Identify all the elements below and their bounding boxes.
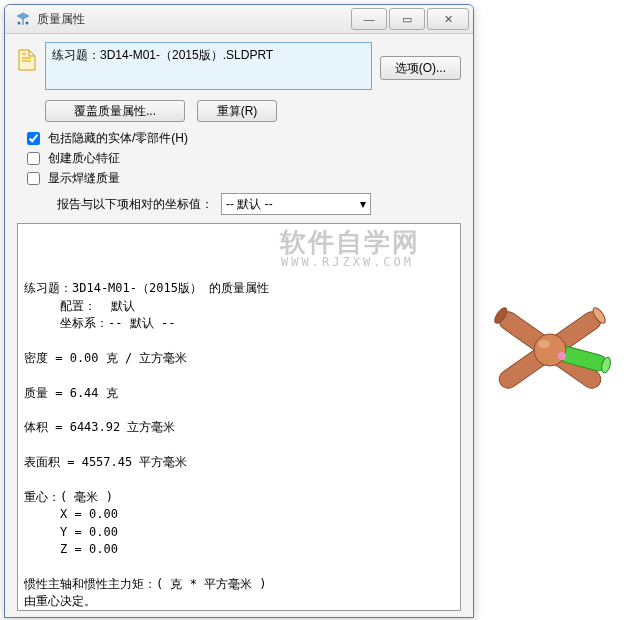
include-hidden-label: 包括隐藏的实体/零部件(H) (48, 130, 188, 147)
override-mass-button[interactable]: 覆盖质量属性... (45, 100, 185, 122)
coord-label: 报告与以下项相对的坐标值： (57, 196, 213, 213)
include-hidden-input[interactable] (27, 132, 40, 145)
svg-point-8 (600, 356, 612, 374)
create-com-input[interactable] (27, 152, 40, 165)
svg-point-1 (18, 22, 21, 25)
svg-point-6 (492, 306, 509, 325)
watermark-text: 软件自学网 (280, 224, 420, 262)
mass-properties-window: 质量属性 — ▭ ✕ 练习题：3D14-M01-（2015版）.SLDPRT 选… (4, 4, 474, 618)
show-weld-checkbox[interactable]: 显示焊缝质量 (27, 170, 461, 187)
window-title: 质量属性 (37, 11, 349, 28)
minimize-button[interactable]: — (351, 8, 387, 30)
create-com-checkbox[interactable]: 创建质心特征 (27, 150, 461, 167)
document-icon (17, 48, 37, 72)
filename-input[interactable]: 练习题：3D14-M01-（2015版）.SLDPRT (45, 42, 372, 90)
model-3d-preview (470, 270, 630, 430)
coord-select[interactable]: -- 默认 -- ▾ (221, 193, 371, 215)
svg-point-9 (534, 334, 566, 366)
watermark-url: WWW.RJZXW.COM (281, 254, 414, 271)
svg-rect-5 (496, 308, 605, 392)
svg-rect-7 (558, 345, 609, 373)
svg-point-4 (591, 306, 608, 325)
options-button[interactable]: 选项(O)... (380, 56, 461, 80)
maximize-button[interactable]: ▭ (389, 8, 425, 30)
svg-point-10 (538, 340, 550, 348)
results-textbox[interactable]: 软件自学网 WWW.RJZXW.COM 练习题：3D14-M01-（2015版）… (17, 223, 461, 611)
chevron-down-icon: ▾ (360, 197, 366, 211)
svg-rect-3 (496, 308, 605, 392)
recalculate-button[interactable]: 重算(R) (197, 100, 277, 122)
titlebar[interactable]: 质量属性 — ▭ ✕ (5, 5, 473, 34)
svg-point-11 (558, 352, 566, 360)
include-hidden-checkbox[interactable]: 包括隐藏的实体/零部件(H) (27, 130, 461, 147)
content-area: 练习题：3D14-M01-（2015版）.SLDPRT 选项(O)... 覆盖质… (5, 34, 473, 618)
close-button[interactable]: ✕ (427, 8, 469, 30)
svg-point-2 (26, 22, 29, 25)
app-icon (15, 11, 31, 27)
show-weld-input[interactable] (27, 172, 40, 185)
coord-value: -- 默认 -- (226, 196, 273, 213)
create-com-label: 创建质心特征 (48, 150, 120, 167)
show-weld-label: 显示焊缝质量 (48, 170, 120, 187)
